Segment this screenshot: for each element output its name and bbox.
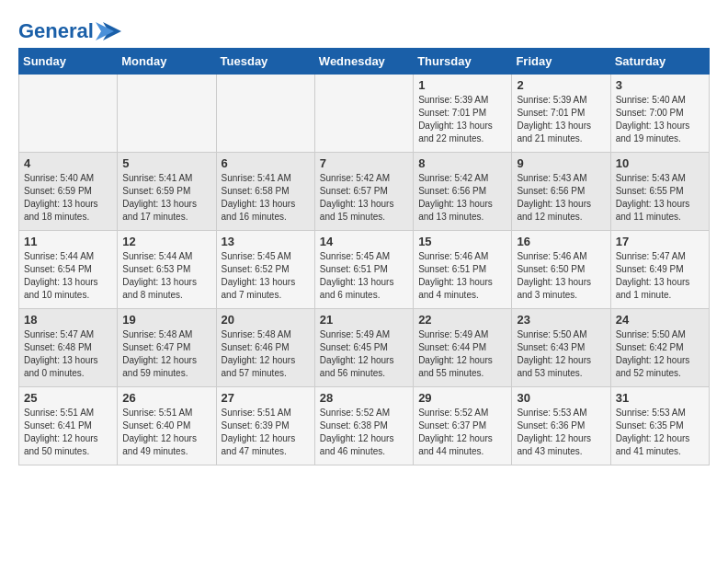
day-info: Sunrise: 5:44 AM Sunset: 6:53 PM Dayligh… — [122, 250, 210, 302]
week-row-4: 18Sunrise: 5:47 AM Sunset: 6:48 PM Dayli… — [19, 309, 710, 387]
day-number: 19 — [122, 313, 210, 327]
day-info: Sunrise: 5:46 AM Sunset: 6:51 PM Dayligh… — [418, 250, 506, 302]
calendar-cell: 12Sunrise: 5:44 AM Sunset: 6:53 PM Dayli… — [118, 231, 216, 309]
day-info: Sunrise: 5:41 AM Sunset: 6:59 PM Dayligh… — [122, 172, 210, 224]
calendar-cell: 2Sunrise: 5:39 AM Sunset: 7:01 PM Daylig… — [512, 75, 610, 153]
day-info: Sunrise: 5:40 AM Sunset: 6:59 PM Dayligh… — [24, 172, 112, 224]
day-number: 18 — [24, 313, 112, 327]
day-number: 3 — [616, 78, 704, 92]
calendar-cell: 17Sunrise: 5:47 AM Sunset: 6:49 PM Dayli… — [610, 231, 709, 309]
calendar-cell: 29Sunrise: 5:52 AM Sunset: 6:37 PM Dayli… — [414, 387, 512, 465]
day-number: 23 — [517, 313, 605, 327]
calendar-cell: 27Sunrise: 5:51 AM Sunset: 6:39 PM Dayli… — [216, 387, 314, 465]
calendar-cell: 1Sunrise: 5:39 AM Sunset: 7:01 PM Daylig… — [414, 75, 512, 153]
calendar-cell: 19Sunrise: 5:48 AM Sunset: 6:47 PM Dayli… — [118, 309, 216, 387]
calendar-cell: 5Sunrise: 5:41 AM Sunset: 6:59 PM Daylig… — [118, 153, 216, 231]
day-info: Sunrise: 5:51 AM Sunset: 6:39 PM Dayligh… — [222, 407, 310, 458]
calendar-cell: 3Sunrise: 5:40 AM Sunset: 7:00 PM Daylig… — [610, 75, 709, 153]
day-number: 1 — [418, 78, 506, 92]
calendar-cell: 4Sunrise: 5:40 AM Sunset: 6:59 PM Daylig… — [19, 153, 118, 231]
header: General — [18, 18, 710, 39]
day-number: 26 — [122, 391, 210, 405]
day-number: 5 — [122, 156, 210, 170]
logo: General — [18, 18, 125, 39]
calendar-cell — [19, 75, 118, 153]
day-info: Sunrise: 5:45 AM Sunset: 6:51 PM Dayligh… — [320, 250, 408, 302]
weekday-header-tuesday: Tuesday — [216, 49, 314, 75]
day-info: Sunrise: 5:51 AM Sunset: 6:41 PM Dayligh… — [24, 407, 112, 458]
calendar-cell: 8Sunrise: 5:42 AM Sunset: 6:56 PM Daylig… — [414, 153, 512, 231]
logo-text: General — [18, 21, 94, 41]
logo-icon — [96, 18, 125, 44]
day-number: 29 — [418, 391, 506, 405]
day-number: 20 — [222, 313, 310, 327]
day-info: Sunrise: 5:50 AM Sunset: 6:42 PM Dayligh… — [616, 328, 704, 380]
day-number: 14 — [320, 235, 408, 248]
week-row-2: 4Sunrise: 5:40 AM Sunset: 6:59 PM Daylig… — [19, 153, 710, 231]
day-info: Sunrise: 5:42 AM Sunset: 6:56 PM Dayligh… — [418, 172, 506, 224]
day-number: 27 — [222, 391, 310, 405]
calendar-cell: 23Sunrise: 5:50 AM Sunset: 6:43 PM Dayli… — [512, 309, 610, 387]
day-info: Sunrise: 5:53 AM Sunset: 6:35 PM Dayligh… — [616, 407, 704, 458]
day-info: Sunrise: 5:41 AM Sunset: 6:58 PM Dayligh… — [222, 172, 310, 224]
day-info: Sunrise: 5:49 AM Sunset: 6:45 PM Dayligh… — [320, 328, 408, 380]
day-number: 6 — [222, 156, 310, 170]
day-number: 30 — [517, 391, 605, 405]
calendar-cell: 6Sunrise: 5:41 AM Sunset: 6:58 PM Daylig… — [216, 153, 314, 231]
calendar-cell: 11Sunrise: 5:44 AM Sunset: 6:54 PM Dayli… — [19, 231, 118, 309]
day-info: Sunrise: 5:48 AM Sunset: 6:47 PM Dayligh… — [122, 328, 210, 380]
day-info: Sunrise: 5:50 AM Sunset: 6:43 PM Dayligh… — [517, 328, 605, 380]
day-info: Sunrise: 5:46 AM Sunset: 6:50 PM Dayligh… — [517, 250, 605, 302]
day-number: 7 — [320, 156, 408, 170]
day-info: Sunrise: 5:52 AM Sunset: 6:38 PM Dayligh… — [320, 407, 408, 458]
calendar-cell: 16Sunrise: 5:46 AM Sunset: 6:50 PM Dayli… — [512, 231, 610, 309]
calendar-cell: 9Sunrise: 5:43 AM Sunset: 6:56 PM Daylig… — [512, 153, 610, 231]
calendar-cell — [314, 75, 413, 153]
day-number: 10 — [616, 156, 704, 170]
weekday-header-row: SundayMondayTuesdayWednesdayThursdayFrid… — [19, 49, 710, 75]
weekday-header-friday: Friday — [512, 49, 610, 75]
calendar-cell: 10Sunrise: 5:43 AM Sunset: 6:55 PM Dayli… — [610, 153, 709, 231]
week-row-1: 1Sunrise: 5:39 AM Sunset: 7:01 PM Daylig… — [19, 75, 710, 153]
calendar-cell: 15Sunrise: 5:46 AM Sunset: 6:51 PM Dayli… — [414, 231, 512, 309]
day-info: Sunrise: 5:47 AM Sunset: 6:49 PM Dayligh… — [616, 250, 704, 302]
day-info: Sunrise: 5:44 AM Sunset: 6:54 PM Dayligh… — [24, 250, 112, 302]
calendar: SundayMondayTuesdayWednesdayThursdayFrid… — [18, 48, 710, 465]
day-info: Sunrise: 5:53 AM Sunset: 6:36 PM Dayligh… — [517, 407, 605, 458]
calendar-cell: 14Sunrise: 5:45 AM Sunset: 6:51 PM Dayli… — [314, 231, 413, 309]
calendar-cell: 31Sunrise: 5:53 AM Sunset: 6:35 PM Dayli… — [610, 387, 709, 465]
weekday-header-monday: Monday — [118, 49, 216, 75]
calendar-cell — [216, 75, 314, 153]
calendar-cell: 13Sunrise: 5:45 AM Sunset: 6:52 PM Dayli… — [216, 231, 314, 309]
day-info: Sunrise: 5:42 AM Sunset: 6:57 PM Dayligh… — [320, 172, 408, 224]
day-number: 16 — [517, 235, 605, 248]
calendar-cell: 18Sunrise: 5:47 AM Sunset: 6:48 PM Dayli… — [19, 309, 118, 387]
day-number: 4 — [24, 156, 112, 170]
day-number: 15 — [418, 235, 506, 248]
day-number: 31 — [616, 391, 704, 405]
weekday-header-sunday: Sunday — [19, 49, 118, 75]
day-info: Sunrise: 5:48 AM Sunset: 6:46 PM Dayligh… — [222, 328, 310, 380]
day-number: 21 — [320, 313, 408, 327]
calendar-cell — [118, 75, 216, 153]
calendar-cell: 30Sunrise: 5:53 AM Sunset: 6:36 PM Dayli… — [512, 387, 610, 465]
day-number: 25 — [24, 391, 112, 405]
calendar-cell: 20Sunrise: 5:48 AM Sunset: 6:46 PM Dayli… — [216, 309, 314, 387]
day-info: Sunrise: 5:49 AM Sunset: 6:44 PM Dayligh… — [418, 328, 506, 380]
day-number: 9 — [517, 156, 605, 170]
day-info: Sunrise: 5:51 AM Sunset: 6:40 PM Dayligh… — [122, 407, 210, 458]
day-info: Sunrise: 5:43 AM Sunset: 6:55 PM Dayligh… — [616, 172, 704, 224]
weekday-header-saturday: Saturday — [610, 49, 709, 75]
day-number: 11 — [24, 235, 112, 248]
day-info: Sunrise: 5:52 AM Sunset: 6:37 PM Dayligh… — [418, 407, 506, 458]
calendar-cell: 22Sunrise: 5:49 AM Sunset: 6:44 PM Dayli… — [414, 309, 512, 387]
day-info: Sunrise: 5:40 AM Sunset: 7:00 PM Dayligh… — [616, 94, 704, 145]
weekday-header-thursday: Thursday — [414, 49, 512, 75]
day-number: 24 — [616, 313, 704, 327]
day-number: 22 — [418, 313, 506, 327]
calendar-cell: 25Sunrise: 5:51 AM Sunset: 6:41 PM Dayli… — [19, 387, 118, 465]
day-info: Sunrise: 5:45 AM Sunset: 6:52 PM Dayligh… — [222, 250, 310, 302]
calendar-cell: 26Sunrise: 5:51 AM Sunset: 6:40 PM Dayli… — [118, 387, 216, 465]
week-row-3: 11Sunrise: 5:44 AM Sunset: 6:54 PM Dayli… — [19, 231, 710, 309]
calendar-cell: 7Sunrise: 5:42 AM Sunset: 6:57 PM Daylig… — [314, 153, 413, 231]
